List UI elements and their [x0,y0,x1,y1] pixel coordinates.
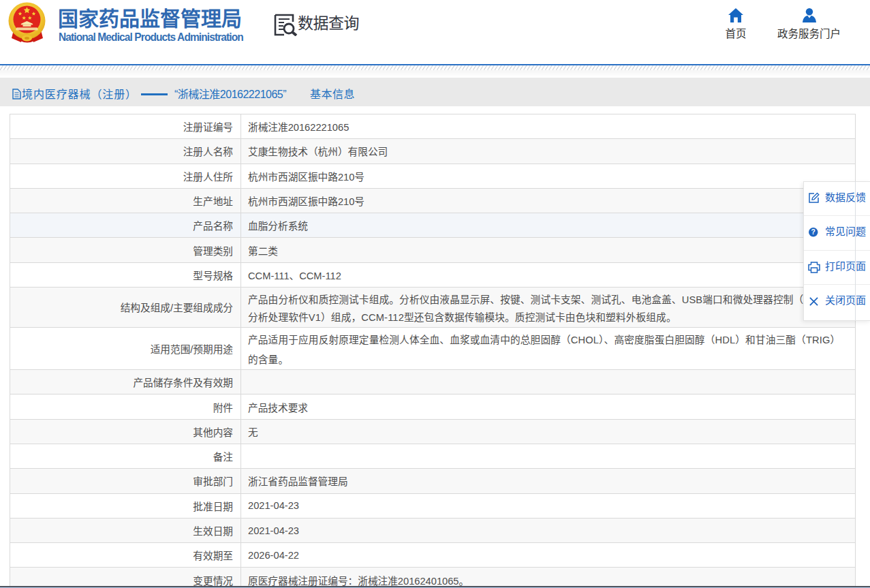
svg-text:?: ? [811,229,815,236]
